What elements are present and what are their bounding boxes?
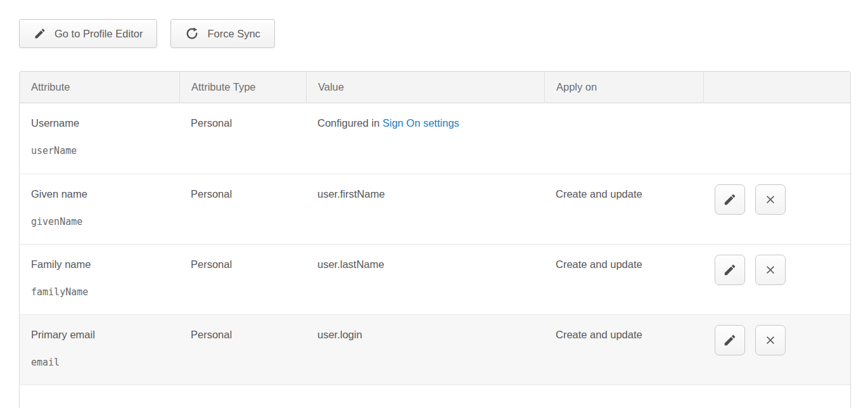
column-header-value: Value bbox=[306, 72, 544, 103]
actions-cell bbox=[703, 103, 850, 174]
toolbar: Go to Profile Editor Force Sync bbox=[19, 19, 868, 48]
attribute-table-body: Username userName Personal Configured in… bbox=[20, 103, 850, 408]
column-header-attribute: Attribute bbox=[20, 72, 179, 103]
attribute-cell: Given name givenName bbox=[20, 174, 179, 244]
value-expression: user.firstName bbox=[317, 188, 385, 200]
value-cell: Configured in Sign On settings bbox=[306, 103, 544, 174]
pencil-icon bbox=[723, 263, 737, 277]
table-header-row: Attribute Attribute Type Value Apply on bbox=[20, 72, 850, 103]
table-row: Family name familyName Personal user.las… bbox=[20, 244, 850, 314]
partial-row bbox=[20, 385, 850, 408]
apply-on-cell: Create and update bbox=[544, 174, 703, 244]
edit-attribute-button[interactable] bbox=[715, 325, 745, 355]
value-cell: user.firstName bbox=[306, 174, 544, 244]
column-header-attribute-type: Attribute Type bbox=[179, 72, 306, 103]
attribute-variable-name: userName bbox=[31, 145, 173, 156]
row-actions bbox=[715, 184, 844, 215]
table-row: Given name givenName Personal user.first… bbox=[20, 174, 850, 244]
value-cell: user.login bbox=[306, 314, 544, 385]
actions-cell bbox=[703, 244, 850, 314]
refresh-icon bbox=[185, 27, 199, 41]
force-sync-button[interactable]: Force Sync bbox=[170, 19, 274, 48]
attribute-cell: Family name familyName bbox=[20, 244, 179, 314]
table-row: Username userName Personal Configured in… bbox=[20, 103, 850, 174]
value-expression: user.lastName bbox=[317, 258, 384, 270]
attribute-type-cell: Personal bbox=[179, 314, 306, 385]
x-icon bbox=[764, 193, 777, 206]
attribute-cell: Username userName bbox=[20, 103, 179, 174]
value-prefix-text: Configured in bbox=[317, 117, 383, 129]
x-icon bbox=[764, 264, 777, 276]
pencil-icon bbox=[723, 193, 737, 207]
attribute-variable-name: email bbox=[31, 357, 173, 368]
attribute-type-cell: Personal bbox=[179, 103, 306, 174]
pencil-icon bbox=[34, 27, 46, 40]
apply-on-cell: Create and update bbox=[544, 314, 703, 385]
row-actions bbox=[715, 325, 844, 355]
value-cell: user.lastName bbox=[306, 244, 544, 314]
attribute-type-cell: Personal bbox=[179, 244, 306, 314]
attribute-variable-name: familyName bbox=[31, 286, 173, 298]
go-to-profile-editor-button[interactable]: Go to Profile Editor bbox=[19, 19, 157, 48]
delete-attribute-button[interactable] bbox=[755, 255, 786, 285]
pencil-icon bbox=[723, 333, 737, 347]
column-header-actions bbox=[703, 72, 850, 103]
attribute-variable-name: givenName bbox=[31, 216, 173, 227]
attribute-mappings-table: Attribute Attribute Type Value Apply on … bbox=[19, 71, 868, 408]
attribute-display-name: Username bbox=[31, 117, 173, 129]
attribute-display-name: Family name bbox=[31, 258, 173, 271]
row-actions bbox=[715, 255, 844, 285]
edit-attribute-button[interactable] bbox=[715, 184, 745, 215]
apply-on-cell bbox=[544, 103, 703, 174]
column-header-apply-on: Apply on bbox=[544, 72, 703, 103]
edit-attribute-button[interactable] bbox=[715, 255, 745, 285]
go-to-profile-editor-label: Go to Profile Editor bbox=[54, 28, 143, 40]
attribute-display-name: Given name bbox=[31, 188, 173, 200]
delete-attribute-button[interactable] bbox=[755, 184, 786, 215]
table-row: Primary email email Personal user.login … bbox=[20, 314, 850, 385]
x-icon bbox=[764, 334, 777, 347]
attribute-type-cell: Personal bbox=[179, 174, 306, 244]
value-expression: user.login bbox=[317, 329, 362, 340]
delete-attribute-button[interactable] bbox=[755, 325, 786, 355]
attribute-cell: Primary email email bbox=[20, 314, 179, 385]
sign-on-settings-link[interactable]: Sign On settings bbox=[383, 117, 459, 129]
attribute-display-name: Primary email bbox=[31, 329, 173, 341]
actions-cell bbox=[703, 314, 850, 385]
force-sync-label: Force Sync bbox=[207, 28, 260, 40]
actions-cell bbox=[703, 174, 850, 244]
apply-on-cell: Create and update bbox=[544, 244, 703, 314]
